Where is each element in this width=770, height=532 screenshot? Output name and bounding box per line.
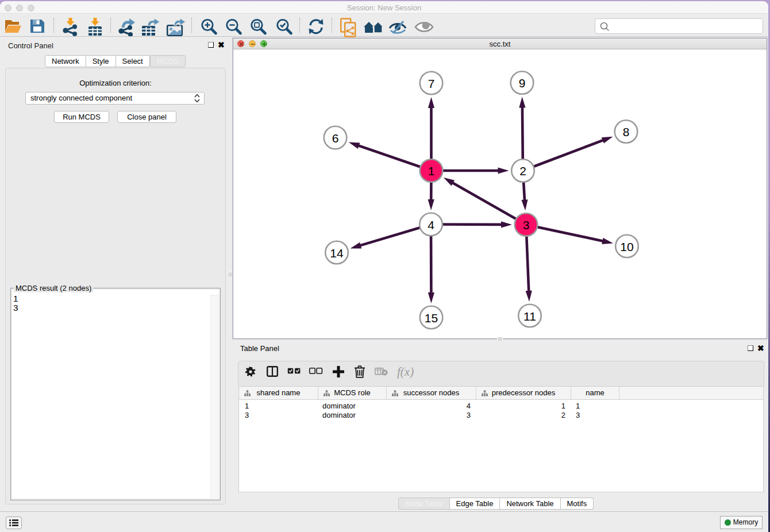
- svg-text:11: 11: [523, 310, 536, 323]
- svg-text:15: 15: [425, 311, 438, 325]
- svg-text:6: 6: [332, 132, 339, 145]
- svg-text:14: 14: [330, 246, 344, 260]
- svg-text:10: 10: [620, 240, 633, 253]
- svg-text:4: 4: [428, 218, 434, 232]
- svg-text:1: 1: [428, 164, 435, 178]
- svg-text:2: 2: [519, 164, 526, 178]
- svg-text:9: 9: [519, 76, 526, 90]
- svg-text:3: 3: [523, 218, 530, 232]
- svg-text:8: 8: [623, 125, 630, 138]
- svg-text:7: 7: [428, 77, 435, 90]
